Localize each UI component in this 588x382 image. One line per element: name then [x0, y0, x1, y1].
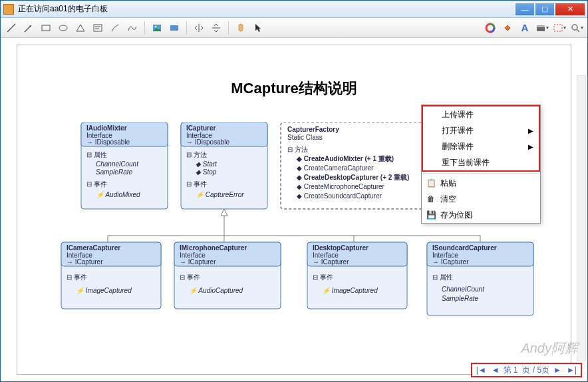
- svg-text:◆ CreateCameraCapturer: ◆ CreateCameraCapturer: [297, 164, 374, 172]
- curve-tool-icon[interactable]: [126, 21, 139, 35]
- menu-clear[interactable]: 🗑清空: [422, 191, 540, 207]
- fill-tool-icon[interactable]: [501, 21, 514, 35]
- ellipse-tool-icon[interactable]: [57, 21, 70, 35]
- context-menu: 上传课件 打开课件▶ 删除课件▶ 重下当前课件 📋粘贴 🗑清空 💾存为位图: [421, 104, 541, 224]
- flip-v-icon[interactable]: [210, 21, 223, 35]
- pager-text: 第 1 页 / 5页: [504, 365, 549, 376]
- svg-text:→ ICapturer: → ICapturer: [432, 258, 469, 266]
- page-title: MCapture结构说明: [17, 79, 571, 98]
- toolbar: A ▾ ▾ ▾: [1, 18, 587, 38]
- svg-text:⚡ AudioMixed: ⚡ AudioMixed: [95, 190, 140, 199]
- svg-text:⊟ 属性: ⊟ 属性: [432, 274, 453, 281]
- svg-text:ChannelCount: ChannelCount: [442, 286, 485, 293]
- svg-text:IMicrophoneCapturer: IMicrophoneCapturer: [180, 244, 247, 252]
- class-ICameraCapturer: ICameraCapturer Interface → ICapturer ⊟ …: [61, 242, 161, 309]
- class-ISoundcardCapturer: ISoundcardCapturer Interface → ICapturer…: [427, 242, 533, 315]
- menu-save-bitmap[interactable]: 💾存为位图: [422, 207, 540, 223]
- text-tool-icon[interactable]: [91, 21, 104, 35]
- line-tool-icon[interactable]: [5, 21, 18, 35]
- svg-text:⊟ 事件: ⊟ 事件: [67, 274, 87, 281]
- class-IDesktopCapturer: IDesktopCapturer Interface → ICapturer ⊟…: [307, 242, 407, 309]
- svg-text:ISoundcardCapturer: ISoundcardCapturer: [432, 244, 497, 252]
- svg-text:⚡ CaptureError: ⚡ CaptureError: [195, 190, 244, 199]
- window-title: 正在访问aa01的电子白板: [18, 3, 514, 15]
- pager-last-button[interactable]: ►|: [565, 365, 578, 375]
- menu-redownload[interactable]: 重下当前课件: [423, 154, 539, 170]
- pen-tool-icon[interactable]: [108, 21, 122, 35]
- clip-tool-icon[interactable]: [168, 21, 181, 35]
- svg-text:⊟ 事件: ⊟ 事件: [186, 180, 207, 188]
- svg-text:ChannelCount: ChannelCount: [96, 160, 139, 168]
- svg-text:⊟ 方法: ⊟ 方法: [287, 146, 308, 153]
- menu-upload[interactable]: 上传课件: [423, 106, 539, 122]
- svg-rect-16: [554, 25, 562, 31]
- titlebar: 正在访问aa01的电子白板 — ▢ ✕: [1, 1, 587, 18]
- svg-text:→ ICapturer: → ICapturer: [180, 258, 216, 266]
- svg-text:◆ CreateAudioMixter (+ 1 重载): ◆ CreateAudioMixter (+ 1 重载): [296, 155, 394, 162]
- svg-text:⚡ AudioCaptured: ⚡ AudioCaptured: [188, 286, 243, 295]
- toolbar-separator: [186, 21, 187, 35]
- pager-first-button[interactable]: |◄: [475, 365, 488, 375]
- class-ICapturer: ICapturer Interface → IDisposable ⊟ 方法 ◆…: [181, 122, 267, 209]
- svg-text:→ IDisposable: → IDisposable: [186, 138, 229, 146]
- image-tool-icon[interactable]: [150, 21, 164, 35]
- submenu-arrow-icon: ▶: [528, 143, 533, 150]
- svg-text:⚡ ImageCaptured: ⚡ ImageCaptured: [75, 286, 132, 295]
- svg-text:ICameraCapturer: ICameraCapturer: [67, 244, 120, 252]
- window-controls: — ▢ ✕: [514, 3, 585, 15]
- context-menu-highlighted: 上传课件 打开课件▶ 删除课件▶ 重下当前课件: [422, 105, 540, 172]
- svg-rect-9: [170, 25, 178, 31]
- svg-text:→ ICapturer: → ICapturer: [313, 258, 349, 266]
- svg-rect-2: [42, 25, 50, 31]
- svg-rect-4: [94, 25, 102, 31]
- pager-next-button[interactable]: ►: [552, 365, 563, 375]
- svg-text:⊟ 方法: ⊟ 方法: [186, 151, 207, 158]
- class-IAudioMixter: IAudioMixter Interface → IDisposable ⊟ 属…: [81, 122, 168, 209]
- svg-text:SampleRate: SampleRate: [96, 168, 132, 176]
- pointer-tool-icon[interactable]: [251, 21, 265, 35]
- flip-h-icon[interactable]: [192, 21, 206, 35]
- watermark: Andy阿辉: [521, 339, 578, 357]
- maximize-button[interactable]: ▢: [535, 3, 554, 15]
- pager-prev-button[interactable]: ◄: [490, 365, 501, 375]
- svg-text:IAudioMixter: IAudioMixter: [86, 124, 127, 132]
- svg-text:→ IDisposable: → IDisposable: [86, 138, 130, 146]
- color-wheel-icon[interactable]: [484, 21, 497, 35]
- canvas-area[interactable]: MCapture结构说明 IAudioMixter Interface → ID…: [1, 38, 587, 381]
- svg-text:◆ CreateDesktopCapturer (+ 2 重: ◆ CreateDesktopCapturer (+ 2 重载): [296, 174, 409, 181]
- minimize-button[interactable]: —: [515, 3, 534, 15]
- vertical-scrollbar[interactable]: [577, 75, 586, 361]
- arrow-tool-icon[interactable]: [22, 21, 35, 35]
- font-tool-icon[interactable]: A: [518, 21, 531, 35]
- svg-text:SampleRate: SampleRate: [442, 295, 478, 302]
- toolbar-separator: [228, 21, 229, 35]
- hand-tool-icon[interactable]: [234, 21, 247, 35]
- app-window: 正在访问aa01的电子白板 — ▢ ✕ A ▾ ▾ ▾: [0, 0, 588, 382]
- close-button[interactable]: ✕: [555, 3, 585, 15]
- menu-delete[interactable]: 删除课件▶: [423, 138, 539, 154]
- svg-text:⊟ 事件: ⊟ 事件: [313, 274, 333, 281]
- menu-open[interactable]: 打开课件▶: [423, 122, 539, 138]
- class-CapturerFactory: CapturerFactory Static Class ⊟ 方法 ◆ Crea…: [281, 122, 427, 209]
- line-style-icon[interactable]: ▾: [535, 21, 549, 35]
- svg-text:⊟ 属性: ⊟ 属性: [86, 151, 107, 158]
- svg-text:⚡ ImageCaptured: ⚡ ImageCaptured: [321, 286, 378, 295]
- svg-text:◆ CreateSoundcardCapturer: ◆ CreateSoundcardCapturer: [297, 192, 382, 200]
- menu-paste[interactable]: 📋粘贴: [422, 175, 540, 191]
- zoom-tool-icon[interactable]: ▾: [570, 21, 583, 35]
- svg-line-18: [577, 29, 579, 32]
- toolbar-separator: [144, 21, 145, 35]
- class-IMicrophoneCapturer: IMicrophoneCapturer Interface → ICapture…: [174, 242, 281, 309]
- svg-text:ICapturer: ICapturer: [186, 124, 216, 132]
- svg-text:◆ CreateMicrophoneCapturer: ◆ CreateMicrophoneCapturer: [297, 183, 385, 190]
- svg-point-3: [59, 25, 67, 31]
- submenu-arrow-icon: ▶: [528, 127, 533, 134]
- pager: |◄ ◄ 第 1 页 / 5页 ► ►|: [471, 363, 582, 377]
- select-dash-icon[interactable]: ▾: [553, 21, 566, 35]
- rect-tool-icon[interactable]: [39, 21, 53, 35]
- svg-text:⊟ 事件: ⊟ 事件: [180, 274, 200, 281]
- svg-text:CapturerFactory: CapturerFactory: [287, 126, 339, 133]
- svg-text:⊟ 事件: ⊟ 事件: [86, 180, 107, 188]
- triangle-tool-icon[interactable]: [74, 21, 87, 35]
- menu-separator: [424, 173, 537, 174]
